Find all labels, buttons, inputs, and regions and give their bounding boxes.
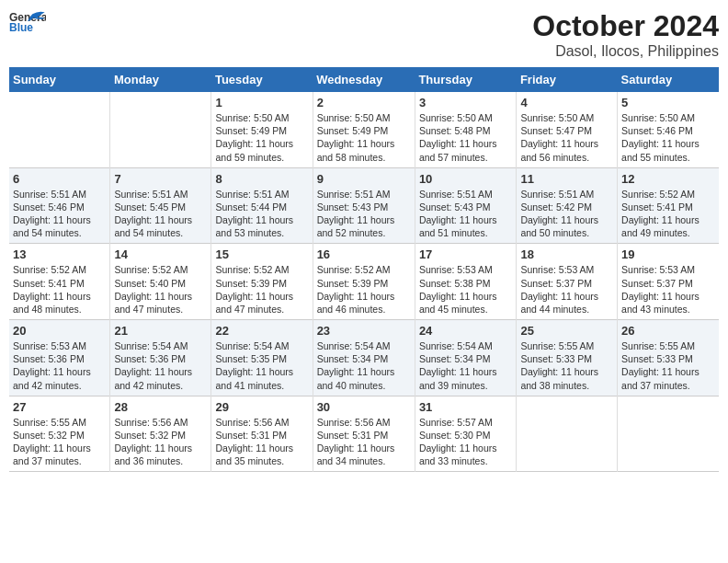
day-number: 19 <box>621 247 715 261</box>
day-info: Daylight: 11 hours and 34 minutes. <box>317 442 411 467</box>
day-info: Sunrise: 5:52 AM <box>215 263 308 276</box>
day-info: Sunrise: 5:53 AM <box>520 263 613 276</box>
day-info: Sunset: 5:40 PM <box>114 277 207 290</box>
day-number: 26 <box>621 324 715 338</box>
calendar-cell: 19Sunrise: 5:53 AMSunset: 5:37 PMDayligh… <box>618 244 719 320</box>
calendar-cell: 24Sunrise: 5:54 AMSunset: 5:34 PMDayligh… <box>415 320 517 396</box>
day-number: 23 <box>317 324 411 338</box>
day-number: 15 <box>215 247 308 261</box>
calendar-cell: 31Sunrise: 5:57 AMSunset: 5:30 PMDayligh… <box>415 396 517 472</box>
day-info: Sunrise: 5:53 AM <box>419 263 513 276</box>
col-tuesday: Tuesday <box>211 67 313 92</box>
day-info: Sunset: 5:30 PM <box>419 429 513 442</box>
day-info: Sunset: 5:41 PM <box>13 277 106 290</box>
day-info: Sunset: 5:39 PM <box>317 277 411 290</box>
calendar-cell: 18Sunrise: 5:53 AMSunset: 5:37 PMDayligh… <box>517 244 618 320</box>
day-info: Daylight: 11 hours and 47 minutes. <box>215 290 308 316</box>
day-info: Sunset: 5:49 PM <box>215 124 308 137</box>
day-info: Sunrise: 5:57 AM <box>419 416 513 429</box>
day-number: 25 <box>520 324 613 338</box>
title-section: October 2024 Dasol, Ilocos, Philippines <box>532 9 719 60</box>
calendar-cell: 9Sunrise: 5:51 AMSunset: 5:43 PMDaylight… <box>313 167 415 244</box>
day-number: 22 <box>215 324 308 338</box>
day-info: Sunset: 5:36 PM <box>13 352 106 365</box>
calendar-week-row: 13Sunrise: 5:52 AMSunset: 5:41 PMDayligh… <box>9 244 719 320</box>
day-info: Sunrise: 5:54 AM <box>317 339 411 352</box>
day-info: Sunrise: 5:56 AM <box>114 416 207 429</box>
day-info: Sunrise: 5:55 AM <box>13 416 106 429</box>
calendar-cell <box>618 396 719 472</box>
day-info: Sunset: 5:45 PM <box>114 201 207 213</box>
day-number: 14 <box>114 247 207 261</box>
day-info: Sunrise: 5:51 AM <box>114 188 207 201</box>
day-info: Daylight: 11 hours and 50 minutes. <box>520 213 613 239</box>
calendar-cell: 23Sunrise: 5:54 AMSunset: 5:34 PMDayligh… <box>313 320 415 396</box>
day-info: Sunrise: 5:54 AM <box>114 339 207 352</box>
day-number: 30 <box>317 400 411 414</box>
day-info: Sunset: 5:49 PM <box>317 124 411 137</box>
day-info: Sunrise: 5:53 AM <box>621 263 715 276</box>
calendar-cell: 5Sunrise: 5:50 AMSunset: 5:46 PMDaylight… <box>618 92 719 167</box>
calendar-cell: 1Sunrise: 5:50 AMSunset: 5:49 PMDaylight… <box>211 92 313 167</box>
day-info: Sunset: 5:39 PM <box>215 277 308 290</box>
day-info: Daylight: 11 hours and 33 minutes. <box>419 442 513 467</box>
day-info: Sunrise: 5:51 AM <box>419 188 513 201</box>
day-info: Sunrise: 5:51 AM <box>317 188 411 201</box>
day-number: 3 <box>419 96 513 109</box>
day-info: Sunset: 5:31 PM <box>215 429 308 442</box>
day-info: Sunrise: 5:53 AM <box>13 339 106 352</box>
day-info: Sunrise: 5:51 AM <box>13 188 106 201</box>
day-info: Daylight: 11 hours and 54 minutes. <box>114 213 207 239</box>
day-info: Daylight: 11 hours and 56 minutes. <box>520 137 613 163</box>
day-info: Daylight: 11 hours and 43 minutes. <box>621 290 715 316</box>
day-info: Sunset: 5:37 PM <box>621 277 715 290</box>
day-info: Sunset: 5:42 PM <box>520 201 613 213</box>
day-info: Sunrise: 5:55 AM <box>621 339 715 352</box>
day-number: 27 <box>13 400 106 414</box>
day-info: Sunset: 5:46 PM <box>621 124 715 137</box>
day-info: Sunset: 5:34 PM <box>317 352 411 365</box>
svg-text:Blue: Blue <box>9 21 33 34</box>
day-number: 10 <box>419 172 513 186</box>
day-info: Daylight: 11 hours and 48 minutes. <box>13 290 106 316</box>
day-number: 9 <box>317 172 411 186</box>
calendar-cell: 13Sunrise: 5:52 AMSunset: 5:41 PMDayligh… <box>9 244 110 320</box>
day-info: Daylight: 11 hours and 53 minutes. <box>215 213 308 239</box>
calendar-cell: 12Sunrise: 5:52 AMSunset: 5:41 PMDayligh… <box>618 167 719 244</box>
day-info: Sunset: 5:34 PM <box>419 352 513 365</box>
day-info: Sunrise: 5:54 AM <box>215 339 308 352</box>
day-number: 12 <box>621 172 715 186</box>
day-info: Sunrise: 5:56 AM <box>317 416 411 429</box>
day-number: 20 <box>13 324 106 338</box>
calendar-cell: 6Sunrise: 5:51 AMSunset: 5:46 PMDaylight… <box>9 167 110 244</box>
day-info: Sunrise: 5:50 AM <box>215 111 308 124</box>
day-info: Sunset: 5:33 PM <box>621 352 715 365</box>
day-info: Sunrise: 5:50 AM <box>520 111 613 124</box>
day-info: Sunrise: 5:52 AM <box>621 188 715 201</box>
day-number: 7 <box>114 172 207 186</box>
day-info: Sunset: 5:43 PM <box>317 201 411 213</box>
calendar-week-row: 20Sunrise: 5:53 AMSunset: 5:36 PMDayligh… <box>9 320 719 396</box>
calendar-cell <box>110 92 211 167</box>
day-number: 18 <box>520 247 613 261</box>
calendar-cell: 15Sunrise: 5:52 AMSunset: 5:39 PMDayligh… <box>211 244 313 320</box>
day-info: Daylight: 11 hours and 41 minutes. <box>215 365 308 391</box>
calendar-cell: 20Sunrise: 5:53 AMSunset: 5:36 PMDayligh… <box>9 320 110 396</box>
day-info: Daylight: 11 hours and 52 minutes. <box>317 213 411 239</box>
calendar-cell: 17Sunrise: 5:53 AMSunset: 5:38 PMDayligh… <box>415 244 517 320</box>
calendar-cell: 29Sunrise: 5:56 AMSunset: 5:31 PMDayligh… <box>211 396 313 472</box>
calendar-cell <box>517 396 618 472</box>
day-number: 11 <box>520 172 613 186</box>
page-header: General Blue October 2024 Dasol, Ilocos,… <box>9 9 719 60</box>
day-info: Sunset: 5:48 PM <box>419 124 513 137</box>
day-info: Sunset: 5:44 PM <box>215 201 308 213</box>
col-monday: Monday <box>110 67 211 92</box>
calendar-cell: 21Sunrise: 5:54 AMSunset: 5:36 PMDayligh… <box>110 320 211 396</box>
day-info: Daylight: 11 hours and 46 minutes. <box>317 290 411 316</box>
day-info: Daylight: 11 hours and 44 minutes. <box>520 290 613 316</box>
day-info: Sunset: 5:32 PM <box>13 429 106 442</box>
calendar-cell: 7Sunrise: 5:51 AMSunset: 5:45 PMDaylight… <box>110 167 211 244</box>
day-number: 21 <box>114 324 207 338</box>
day-number: 1 <box>215 96 308 109</box>
day-info: Daylight: 11 hours and 54 minutes. <box>13 213 106 239</box>
